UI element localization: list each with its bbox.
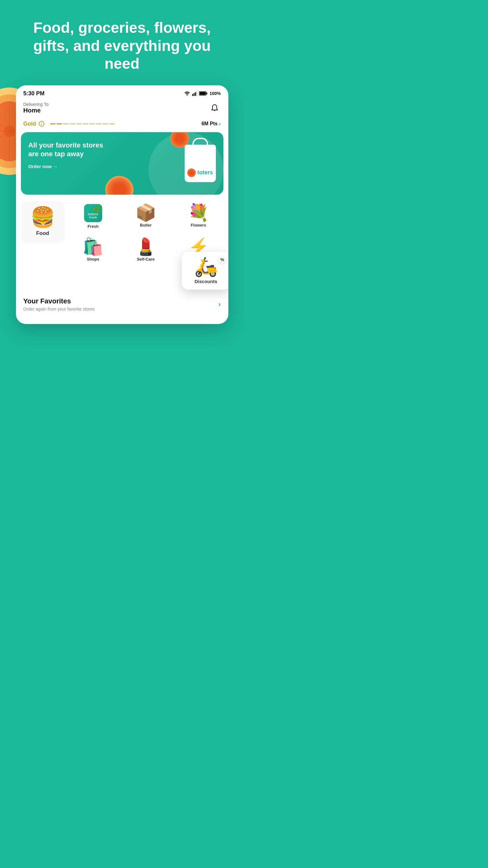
discounts-label: Discounts <box>195 279 217 284</box>
banner-grapefruit-bottom <box>105 176 133 195</box>
loyalty-points[interactable]: 6M Pts › <box>202 121 221 127</box>
notification-bell-button[interactable] <box>208 102 221 114</box>
favorites-subtitle: Order again from your favorite stores <box>24 307 95 312</box>
favorites-title: Your Favorites <box>24 297 95 305</box>
loyalty-bar: Gold i <box>16 118 228 132</box>
category-section: 🍔 Food 🌿 toters Fresh <box>16 195 228 265</box>
promo-banner[interactable]: All your favorite stores are one tap awa… <box>21 132 223 195</box>
status-bar: 5:30 PM <box>16 85 228 99</box>
delivery-location: Home <box>24 107 49 114</box>
status-time: 5:30 PM <box>24 90 45 97</box>
category-flowers[interactable]: 💐 Flowers <box>174 201 223 232</box>
svg-rect-10 <box>195 92 196 96</box>
loyalty-tier: Gold i <box>24 121 44 127</box>
svg-rect-9 <box>193 93 194 96</box>
category-food[interactable]: 🍔 Food <box>21 201 65 243</box>
category-selfcare[interactable]: 💄 Self-Care <box>121 235 171 265</box>
signal-icon <box>192 91 197 96</box>
selfcare-icon: 💄 <box>135 238 156 255</box>
butler-icon: 📦 <box>135 204 156 221</box>
food-label: Food <box>36 230 49 237</box>
shops-label: Shops <box>87 257 99 261</box>
category-fresh[interactable]: 🌿 toters Fresh Fresh <box>68 201 118 232</box>
flowers-label: Flowers <box>191 223 206 227</box>
svg-rect-11 <box>196 91 197 96</box>
app-screen: 5:30 PM <box>16 85 228 324</box>
fresh-brand-text: toters <box>88 212 98 216</box>
favorites-chevron-icon[interactable]: › <box>218 300 220 308</box>
favorites-section: Your Favorites Order again from your fav… <box>16 290 228 316</box>
svg-rect-8 <box>192 94 193 96</box>
fresh-label-small: Fresh <box>89 216 97 219</box>
delivery-label: Delivering To <box>24 102 49 107</box>
battery-percent: 100% <box>210 91 221 96</box>
app-header: Delivering To Home <box>16 99 228 118</box>
category-discounts[interactable]: 🛵 % Discounts <box>182 252 228 290</box>
tier-info-icon[interactable]: i <box>39 121 44 127</box>
toters-bag: toters <box>185 145 216 182</box>
category-shops[interactable]: 🛍️ Shops <box>68 235 118 265</box>
banner-bag-image: toters <box>185 145 216 182</box>
wifi-icon <box>184 91 190 96</box>
delivery-info: Delivering To Home <box>24 102 49 114</box>
flowers-icon: 💐 <box>188 204 209 221</box>
toters-logo: toters <box>187 168 213 177</box>
svg-point-7 <box>4 126 15 137</box>
butler-label: Butler <box>140 223 152 227</box>
bottom-space <box>0 324 244 343</box>
hero-section: Food, groceries, flowers, gifts, and eve… <box>0 0 244 85</box>
favorites-title-group: Your Favorites Order again from your fav… <box>24 297 95 312</box>
svg-rect-13 <box>199 92 206 95</box>
status-icons: 100% <box>184 91 221 96</box>
favorites-header: Your Favorites Order again from your fav… <box>24 297 221 312</box>
shops-icon: 🛍️ <box>83 238 103 255</box>
category-butler[interactable]: 📦 Butler <box>121 201 171 232</box>
battery-icon <box>199 91 208 96</box>
discounts-icon: 🛵 <box>194 257 218 276</box>
selfcare-label: Self-Care <box>137 257 155 261</box>
svg-rect-14 <box>206 92 207 94</box>
hero-tagline: Food, groceries, flowers, gifts, and eve… <box>19 19 225 73</box>
food-icon: 🍔 <box>30 207 55 227</box>
banner-text: All your favorite stores are one tap awa… <box>28 141 110 159</box>
fresh-label: Fresh <box>88 224 98 229</box>
phone-mockup: 5:30 PM <box>16 85 228 324</box>
loyalty-progress <box>50 123 115 124</box>
discount-badge: % <box>219 256 225 263</box>
